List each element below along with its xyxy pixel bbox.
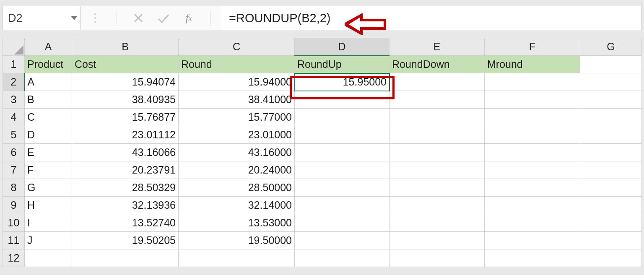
cell-D6[interactable] <box>295 144 390 161</box>
cell-E7[interactable] <box>390 161 485 179</box>
cell-D9[interactable] <box>295 197 390 214</box>
cell-D10[interactable] <box>295 214 390 232</box>
cell-C10[interactable]: 13.53000 <box>179 214 295 232</box>
column-header-C[interactable]: C <box>179 38 295 56</box>
cell-E12[interactable] <box>390 249 485 267</box>
cell-C7[interactable]: 20.24000 <box>179 161 295 179</box>
cell-F1[interactable]: Mround <box>485 56 580 73</box>
cell-F8[interactable] <box>485 179 580 197</box>
row-header-8[interactable]: 8 <box>3 179 25 197</box>
cell-G6[interactable] <box>580 144 642 161</box>
cell-A5[interactable]: D <box>25 126 72 144</box>
cell-A8[interactable]: G <box>25 179 72 197</box>
fx-icon[interactable]: fx <box>182 11 196 25</box>
cell-E1[interactable]: RoundDown <box>390 56 485 73</box>
cell-E8[interactable] <box>390 179 485 197</box>
name-box-dropdown-icon[interactable] <box>71 16 78 20</box>
name-box[interactable]: D2 <box>3 6 80 30</box>
cell-C12[interactable] <box>179 249 295 267</box>
cell-B8[interactable]: 28.50329 <box>72 179 179 197</box>
cell-A12[interactable] <box>25 249 72 267</box>
cell-B12[interactable] <box>72 249 179 267</box>
formula-input[interactable]: =ROUNDUP(B2,2) <box>221 6 641 30</box>
cell-C11[interactable]: 19.50000 <box>179 232 295 249</box>
cell-D2[interactable]: 15.95000 <box>295 73 390 91</box>
cell-A3[interactable]: B <box>25 91 72 109</box>
cell-E3[interactable] <box>390 91 485 109</box>
cell-D8[interactable] <box>295 179 390 197</box>
cell-E4[interactable] <box>390 109 485 126</box>
spreadsheet-grid[interactable]: ABCDEFG 1ProductCostRoundRoundUpRoundDow… <box>3 38 641 267</box>
row-header-11[interactable]: 11 <box>3 232 25 249</box>
cell-D4[interactable] <box>295 109 390 126</box>
cell-F3[interactable] <box>485 91 580 109</box>
row-header-5[interactable]: 5 <box>3 126 25 144</box>
cell-E2[interactable] <box>390 73 485 91</box>
cell-E5[interactable] <box>390 126 485 144</box>
cell-D7[interactable] <box>295 161 390 179</box>
row-header-10[interactable]: 10 <box>3 214 25 232</box>
cell-F10[interactable] <box>485 214 580 232</box>
column-header-F[interactable]: F <box>485 38 580 56</box>
cell-B11[interactable]: 19.50205 <box>72 232 179 249</box>
cell-E10[interactable] <box>390 214 485 232</box>
cell-D12[interactable] <box>295 249 390 267</box>
cell-G1[interactable] <box>580 56 642 73</box>
cell-B2[interactable]: 15.94074 <box>72 73 179 91</box>
row-header-6[interactable]: 6 <box>3 144 25 161</box>
cell-B7[interactable]: 20.23791 <box>72 161 179 179</box>
cell-B3[interactable]: 38.40935 <box>72 91 179 109</box>
cell-G12[interactable] <box>580 249 642 267</box>
cell-A9[interactable]: H <box>25 197 72 214</box>
row-header-1[interactable]: 1 <box>3 56 25 73</box>
cell-G10[interactable] <box>580 214 642 232</box>
cell-B6[interactable]: 43.16066 <box>72 144 179 161</box>
cell-G8[interactable] <box>580 179 642 197</box>
cell-G4[interactable] <box>580 109 642 126</box>
cell-F5[interactable] <box>485 126 580 144</box>
cell-F4[interactable] <box>485 109 580 126</box>
formula-bar-handle-icon[interactable] <box>88 11 102 25</box>
cell-A7[interactable]: F <box>25 161 72 179</box>
cell-B10[interactable]: 13.52740 <box>72 214 179 232</box>
column-header-D[interactable]: D <box>295 38 390 56</box>
cell-G5[interactable] <box>580 126 642 144</box>
cell-G9[interactable] <box>580 197 642 214</box>
cell-B1[interactable]: Cost <box>72 56 179 73</box>
cell-D5[interactable] <box>295 126 390 144</box>
cell-F2[interactable] <box>485 73 580 91</box>
row-header-2[interactable]: 2 <box>3 73 25 91</box>
cell-G2[interactable] <box>580 73 642 91</box>
cell-C1[interactable]: Round <box>179 56 295 73</box>
cell-E9[interactable] <box>390 197 485 214</box>
cell-F9[interactable] <box>485 197 580 214</box>
cell-C3[interactable]: 38.41000 <box>179 91 295 109</box>
select-all-corner[interactable] <box>3 38 25 56</box>
cell-G7[interactable] <box>580 161 642 179</box>
cell-F12[interactable] <box>485 249 580 267</box>
cell-G11[interactable] <box>580 232 642 249</box>
cell-B5[interactable]: 23.01112 <box>72 126 179 144</box>
cell-G3[interactable] <box>580 91 642 109</box>
cell-E11[interactable] <box>390 232 485 249</box>
cell-F7[interactable] <box>485 161 580 179</box>
cell-C6[interactable]: 43.16000 <box>179 144 295 161</box>
cell-B4[interactable]: 15.76877 <box>72 109 179 126</box>
cell-B9[interactable]: 32.13936 <box>72 197 179 214</box>
cell-E6[interactable] <box>390 144 485 161</box>
cell-A2[interactable]: A <box>25 73 72 91</box>
column-header-E[interactable]: E <box>390 38 485 56</box>
cell-D1[interactable]: RoundUp <box>295 56 390 73</box>
cell-A11[interactable]: J <box>25 232 72 249</box>
cancel-icon[interactable] <box>131 11 145 25</box>
cell-F11[interactable] <box>485 232 580 249</box>
row-header-3[interactable]: 3 <box>3 91 25 109</box>
row-header-9[interactable]: 9 <box>3 197 25 214</box>
row-header-12[interactable]: 12 <box>3 249 25 267</box>
cell-F6[interactable] <box>485 144 580 161</box>
column-header-G[interactable]: G <box>580 38 642 56</box>
cell-A1[interactable]: Product <box>25 56 72 73</box>
row-header-4[interactable]: 4 <box>3 109 25 126</box>
cell-C4[interactable]: 15.77000 <box>179 109 295 126</box>
cell-C9[interactable]: 32.14000 <box>179 197 295 214</box>
